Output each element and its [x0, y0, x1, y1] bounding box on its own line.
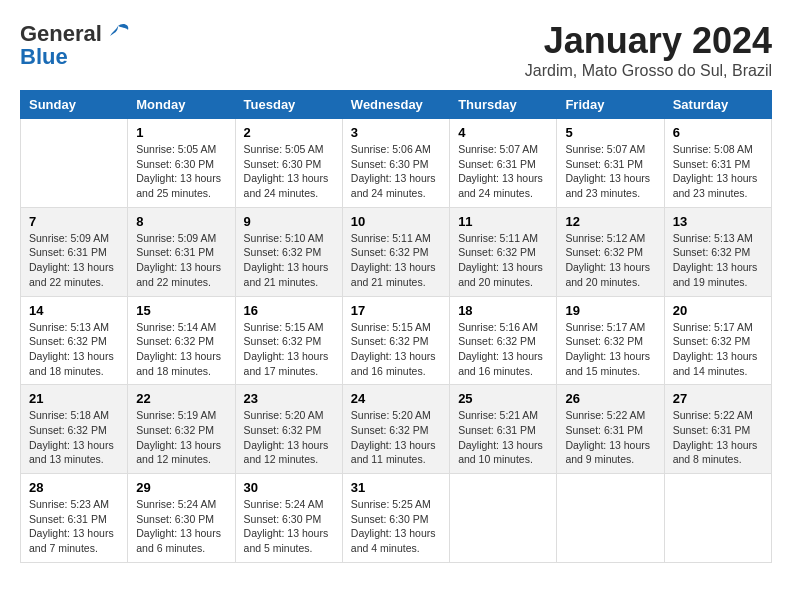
calendar-week-row: 28Sunrise: 5:23 AMSunset: 6:31 PMDayligh…	[21, 474, 772, 563]
day-info: Sunrise: 5:10 AMSunset: 6:32 PMDaylight:…	[244, 231, 334, 290]
calendar-cell: 13Sunrise: 5:13 AMSunset: 6:32 PMDayligh…	[664, 207, 771, 296]
day-info: Sunrise: 5:13 AMSunset: 6:32 PMDaylight:…	[673, 231, 763, 290]
day-info: Sunrise: 5:20 AMSunset: 6:32 PMDaylight:…	[244, 408, 334, 467]
calendar-cell: 12Sunrise: 5:12 AMSunset: 6:32 PMDayligh…	[557, 207, 664, 296]
calendar-table: SundayMondayTuesdayWednesdayThursdayFrid…	[20, 90, 772, 563]
day-number: 24	[351, 391, 441, 406]
calendar-cell: 21Sunrise: 5:18 AMSunset: 6:32 PMDayligh…	[21, 385, 128, 474]
day-info: Sunrise: 5:16 AMSunset: 6:32 PMDaylight:…	[458, 320, 548, 379]
day-info: Sunrise: 5:12 AMSunset: 6:32 PMDaylight:…	[565, 231, 655, 290]
calendar-cell: 16Sunrise: 5:15 AMSunset: 6:32 PMDayligh…	[235, 296, 342, 385]
day-number: 26	[565, 391, 655, 406]
day-info: Sunrise: 5:05 AMSunset: 6:30 PMDaylight:…	[136, 142, 226, 201]
day-number: 27	[673, 391, 763, 406]
weekday-header-cell: Sunday	[21, 91, 128, 119]
calendar-cell: 17Sunrise: 5:15 AMSunset: 6:32 PMDayligh…	[342, 296, 449, 385]
day-info: Sunrise: 5:07 AMSunset: 6:31 PMDaylight:…	[458, 142, 548, 201]
day-info: Sunrise: 5:09 AMSunset: 6:31 PMDaylight:…	[136, 231, 226, 290]
weekday-header-row: SundayMondayTuesdayWednesdayThursdayFrid…	[21, 91, 772, 119]
calendar-cell: 24Sunrise: 5:20 AMSunset: 6:32 PMDayligh…	[342, 385, 449, 474]
calendar-cell: 14Sunrise: 5:13 AMSunset: 6:32 PMDayligh…	[21, 296, 128, 385]
calendar-cell	[21, 119, 128, 208]
calendar-cell: 23Sunrise: 5:20 AMSunset: 6:32 PMDayligh…	[235, 385, 342, 474]
day-info: Sunrise: 5:11 AMSunset: 6:32 PMDaylight:…	[458, 231, 548, 290]
location: Jardim, Mato Grosso do Sul, Brazil	[525, 62, 772, 80]
calendar-cell	[450, 474, 557, 563]
day-number: 16	[244, 303, 334, 318]
day-number: 19	[565, 303, 655, 318]
day-number: 25	[458, 391, 548, 406]
calendar-cell: 26Sunrise: 5:22 AMSunset: 6:31 PMDayligh…	[557, 385, 664, 474]
day-number: 6	[673, 125, 763, 140]
calendar-cell: 25Sunrise: 5:21 AMSunset: 6:31 PMDayligh…	[450, 385, 557, 474]
day-info: Sunrise: 5:25 AMSunset: 6:30 PMDaylight:…	[351, 497, 441, 556]
day-info: Sunrise: 5:15 AMSunset: 6:32 PMDaylight:…	[351, 320, 441, 379]
day-info: Sunrise: 5:23 AMSunset: 6:31 PMDaylight:…	[29, 497, 119, 556]
calendar-cell: 20Sunrise: 5:17 AMSunset: 6:32 PMDayligh…	[664, 296, 771, 385]
day-info: Sunrise: 5:24 AMSunset: 6:30 PMDaylight:…	[244, 497, 334, 556]
calendar-cell: 31Sunrise: 5:25 AMSunset: 6:30 PMDayligh…	[342, 474, 449, 563]
day-number: 20	[673, 303, 763, 318]
weekday-header-cell: Thursday	[450, 91, 557, 119]
day-info: Sunrise: 5:08 AMSunset: 6:31 PMDaylight:…	[673, 142, 763, 201]
day-number: 17	[351, 303, 441, 318]
weekday-header-cell: Friday	[557, 91, 664, 119]
weekday-header-cell: Monday	[128, 91, 235, 119]
page-header: General Blue January 2024 Jardim, Mato G…	[20, 20, 772, 80]
day-info: Sunrise: 5:17 AMSunset: 6:32 PMDaylight:…	[565, 320, 655, 379]
calendar-cell: 2Sunrise: 5:05 AMSunset: 6:30 PMDaylight…	[235, 119, 342, 208]
day-number: 9	[244, 214, 334, 229]
calendar-cell: 30Sunrise: 5:24 AMSunset: 6:30 PMDayligh…	[235, 474, 342, 563]
calendar-cell: 29Sunrise: 5:24 AMSunset: 6:30 PMDayligh…	[128, 474, 235, 563]
day-info: Sunrise: 5:06 AMSunset: 6:30 PMDaylight:…	[351, 142, 441, 201]
day-number: 4	[458, 125, 548, 140]
day-number: 15	[136, 303, 226, 318]
day-info: Sunrise: 5:14 AMSunset: 6:32 PMDaylight:…	[136, 320, 226, 379]
calendar-cell: 28Sunrise: 5:23 AMSunset: 6:31 PMDayligh…	[21, 474, 128, 563]
calendar-cell: 1Sunrise: 5:05 AMSunset: 6:30 PMDaylight…	[128, 119, 235, 208]
day-number: 23	[244, 391, 334, 406]
calendar-cell	[664, 474, 771, 563]
day-number: 12	[565, 214, 655, 229]
calendar-cell: 9Sunrise: 5:10 AMSunset: 6:32 PMDaylight…	[235, 207, 342, 296]
day-number: 21	[29, 391, 119, 406]
day-info: Sunrise: 5:22 AMSunset: 6:31 PMDaylight:…	[565, 408, 655, 467]
calendar-cell: 11Sunrise: 5:11 AMSunset: 6:32 PMDayligh…	[450, 207, 557, 296]
calendar-cell: 4Sunrise: 5:07 AMSunset: 6:31 PMDaylight…	[450, 119, 557, 208]
day-number: 31	[351, 480, 441, 495]
day-info: Sunrise: 5:18 AMSunset: 6:32 PMDaylight:…	[29, 408, 119, 467]
day-info: Sunrise: 5:13 AMSunset: 6:32 PMDaylight:…	[29, 320, 119, 379]
day-number: 7	[29, 214, 119, 229]
calendar-cell: 27Sunrise: 5:22 AMSunset: 6:31 PMDayligh…	[664, 385, 771, 474]
calendar-cell	[557, 474, 664, 563]
calendar-cell: 6Sunrise: 5:08 AMSunset: 6:31 PMDaylight…	[664, 119, 771, 208]
day-number: 18	[458, 303, 548, 318]
calendar-cell: 19Sunrise: 5:17 AMSunset: 6:32 PMDayligh…	[557, 296, 664, 385]
calendar-cell: 7Sunrise: 5:09 AMSunset: 6:31 PMDaylight…	[21, 207, 128, 296]
day-info: Sunrise: 5:21 AMSunset: 6:31 PMDaylight:…	[458, 408, 548, 467]
day-number: 11	[458, 214, 548, 229]
day-info: Sunrise: 5:11 AMSunset: 6:32 PMDaylight:…	[351, 231, 441, 290]
day-number: 5	[565, 125, 655, 140]
title-block: January 2024 Jardim, Mato Grosso do Sul,…	[525, 20, 772, 80]
calendar-week-row: 7Sunrise: 5:09 AMSunset: 6:31 PMDaylight…	[21, 207, 772, 296]
day-number: 10	[351, 214, 441, 229]
day-number: 13	[673, 214, 763, 229]
calendar-cell: 10Sunrise: 5:11 AMSunset: 6:32 PMDayligh…	[342, 207, 449, 296]
logo-bird-icon	[104, 20, 132, 48]
calendar-cell: 3Sunrise: 5:06 AMSunset: 6:30 PMDaylight…	[342, 119, 449, 208]
logo: General Blue	[20, 20, 132, 70]
day-info: Sunrise: 5:05 AMSunset: 6:30 PMDaylight:…	[244, 142, 334, 201]
day-number: 1	[136, 125, 226, 140]
weekday-header-cell: Wednesday	[342, 91, 449, 119]
day-info: Sunrise: 5:15 AMSunset: 6:32 PMDaylight:…	[244, 320, 334, 379]
month-title: January 2024	[525, 20, 772, 62]
weekday-header-cell: Tuesday	[235, 91, 342, 119]
weekday-header-cell: Saturday	[664, 91, 771, 119]
day-info: Sunrise: 5:07 AMSunset: 6:31 PMDaylight:…	[565, 142, 655, 201]
calendar-body: 1Sunrise: 5:05 AMSunset: 6:30 PMDaylight…	[21, 119, 772, 563]
day-number: 29	[136, 480, 226, 495]
day-info: Sunrise: 5:17 AMSunset: 6:32 PMDaylight:…	[673, 320, 763, 379]
day-number: 14	[29, 303, 119, 318]
day-info: Sunrise: 5:19 AMSunset: 6:32 PMDaylight:…	[136, 408, 226, 467]
